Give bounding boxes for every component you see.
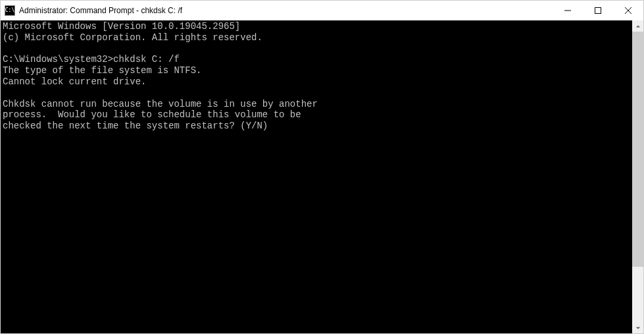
svg-rect-1 [595, 8, 601, 14]
terminal-line: (c) Microsoft Corporation. All rights re… [3, 32, 262, 43]
terminal-output[interactable]: Microsoft Windows [Version 10.0.19045.29… [1, 20, 632, 333]
terminal-line: Microsoft Windows [Version 10.0.19045.29… [3, 21, 240, 32]
scroll-down-button[interactable] [632, 322, 643, 333]
scroll-track[interactable] [632, 32, 643, 322]
terminal-prompt: C:\Windows\system32> [3, 54, 113, 65]
close-icon [625, 7, 632, 14]
terminal-line: Cannot lock current drive. [3, 76, 146, 87]
chevron-up-icon [635, 24, 641, 29]
scroll-up-button[interactable] [632, 20, 643, 32]
maximize-icon [595, 7, 601, 14]
window-controls [553, 1, 643, 20]
client-area: Microsoft Windows [Version 10.0.19045.29… [1, 20, 643, 333]
titlebar[interactable]: C:\ Administrator: Command Prompt - chkd… [1, 1, 643, 20]
scroll-thumb[interactable] [632, 32, 643, 267]
minimize-button[interactable] [553, 1, 583, 20]
terminal-line: The type of the file system is NTFS. [3, 65, 201, 76]
cmd-icon: C:\ [5, 5, 15, 16]
chevron-down-icon [635, 325, 641, 331]
command-prompt-window: C:\ Administrator: Command Prompt - chkd… [0, 0, 644, 334]
close-button[interactable] [613, 1, 643, 20]
vertical-scrollbar[interactable] [632, 20, 643, 333]
window-title: Administrator: Command Prompt - chkdsk C… [19, 6, 553, 15]
terminal-line: checked the next time the system restart… [3, 121, 268, 131]
terminal-command: chkdsk C: /f [113, 54, 180, 65]
maximize-button[interactable] [583, 1, 613, 20]
terminal-line: process. Would you like to schedule this… [3, 109, 301, 120]
terminal-line: Chkdsk cannot run because the volume is … [3, 99, 318, 109]
minimize-icon [564, 7, 571, 14]
